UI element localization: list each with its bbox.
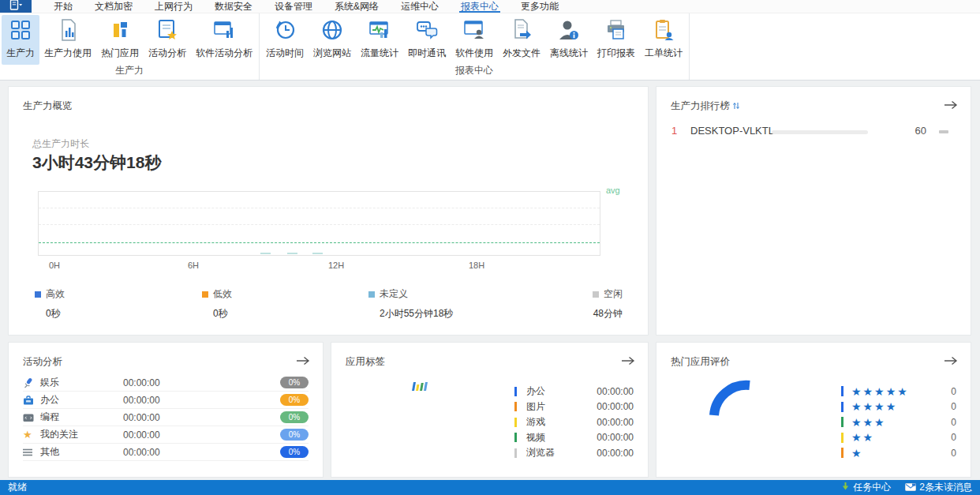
menu-tab-doc-encryption[interactable]: 文档加密 xyxy=(84,0,144,13)
rating-color-bar xyxy=(841,417,843,427)
mini-bar-chart-icon xyxy=(412,382,428,391)
activity-label: 我的关注 xyxy=(40,428,78,441)
stars: ★★ xyxy=(851,432,874,443)
x-axis-ticks: 0H 6H 12H 18H xyxy=(38,261,600,272)
rating-row-4-stars: ★★★★ 0 xyxy=(841,399,958,415)
ribbon-item-activity-analysis[interactable]: 活动分析 xyxy=(144,15,191,65)
chat-icon xyxy=(415,18,439,42)
productivity-grid-icon xyxy=(9,18,32,42)
rating-count: 0 xyxy=(951,386,956,397)
menu-tab-ops-center[interactable]: 运维中心 xyxy=(390,0,450,13)
tag-time: 00:00:00 xyxy=(597,386,634,397)
menu-bar: 开始 文档加密 上网行为 数据安全 设备管理 系统&网络 运维中心 报表中心 更… xyxy=(0,0,980,13)
rating-count: 0 xyxy=(951,432,956,443)
tag-color-bar xyxy=(514,418,517,427)
panel-app-tags: 应用标签 办公 00:00:00 图片 00:00:00 游戏 xyxy=(331,342,649,478)
tag-color-bar xyxy=(514,387,517,396)
rating-donut-arc xyxy=(709,379,759,425)
ribbon-group-report-center: 活动时间 浏览网站 流量统计 即时通讯 软件使用 xyxy=(260,13,690,80)
code-icon xyxy=(23,412,36,423)
ribbon-item-work-order[interactable]: 工单统计 xyxy=(640,15,687,65)
tag-label: 图片 xyxy=(526,400,545,414)
doc-chart-icon xyxy=(56,18,80,42)
tag-label: 游戏 xyxy=(526,415,545,429)
legend-label: 空闲 xyxy=(604,287,623,301)
app-menu-button[interactable] xyxy=(0,0,32,13)
rating-color-bar xyxy=(841,402,843,412)
ribbon-item-software-activity[interactable]: 软件活动分析 xyxy=(191,15,257,65)
ribbon-item-instant-messaging[interactable]: 即时通讯 xyxy=(403,15,451,65)
ribbon-item-offline-stats[interactable]: 离线统计 xyxy=(545,15,593,65)
ribbon-item-print-report[interactable]: 打印报表 xyxy=(593,15,640,65)
stars: ★★★ xyxy=(851,417,886,428)
rating-row-5-stars: ★★★★★ 0 xyxy=(841,384,958,399)
ribbon-item-hot-apps[interactable]: 热门应用 xyxy=(96,15,144,65)
clock-icon xyxy=(273,18,297,42)
chart-bar-mark xyxy=(312,253,323,254)
percent-badge: 0% xyxy=(280,429,309,441)
menu-tab-system-network[interactable]: 系统&网络 xyxy=(324,0,390,13)
unread-messages-button[interactable]: 2条未读消息 xyxy=(905,481,972,494)
x-tick: 12H xyxy=(328,261,344,270)
percent-badge: 0% xyxy=(280,394,309,406)
avg-line xyxy=(39,242,600,243)
bars-icon xyxy=(108,18,132,42)
rating-count: 0 xyxy=(951,417,956,428)
score-value: 60 xyxy=(915,125,926,137)
panel-arrow-button[interactable] xyxy=(296,354,310,369)
panel-arrow-button[interactable] xyxy=(621,354,635,369)
menu-tab-more-features[interactable]: 更多功能 xyxy=(510,0,570,13)
ribbon-item-label: 热门应用 xyxy=(101,47,139,60)
menu-tab-data-security[interactable]: 数据安全 xyxy=(204,0,264,13)
rating-list: ★★★★★ 0 ★★★★ 0 ★★★ 0 ★★ 0 xyxy=(841,384,958,461)
tag-time: 00:00:00 xyxy=(597,401,634,412)
app-window: 开始 文档加密 上网行为 数据安全 设备管理 系统&网络 运维中心 报表中心 更… xyxy=(0,0,980,495)
app-tag-row-video: 视频 00:00:00 xyxy=(514,430,635,446)
panel-productivity-overview: 生产力概览 总生产力时长 3小时43分钟18秒 avg 0H 6H 12H 18… xyxy=(8,86,649,336)
activity-row-other: 其他 00:00:00 0% xyxy=(23,444,309,461)
rating-row-3-stars: ★★★ 0 xyxy=(841,414,958,430)
app-menu-icon xyxy=(9,0,23,13)
stars: ★ xyxy=(851,448,863,459)
ribbon-item-label: 活动分析 xyxy=(148,47,186,60)
ribbon-item-productivity[interactable]: 生产力 xyxy=(2,15,39,65)
panel-title: 活动分析 xyxy=(23,355,62,369)
task-center-button[interactable]: 任务中心 xyxy=(841,481,891,494)
ribbon-item-activity-time[interactable]: 活动时间 xyxy=(261,15,309,65)
tag-color-bar xyxy=(514,402,517,411)
tag-time: 00:00:00 xyxy=(597,448,634,459)
ribbon-item-outgoing-files[interactable]: 外发文件 xyxy=(498,15,545,65)
ribbon-item-label: 外发文件 xyxy=(503,47,540,60)
sort-icon[interactable] xyxy=(733,101,739,112)
ribbon-item-label: 生产力使用 xyxy=(44,47,92,60)
ribbon-item-software-usage[interactable]: 软件使用 xyxy=(451,15,498,65)
tag-color-bar xyxy=(514,433,517,442)
ribbon-item-browse-web[interactable]: 浏览网站 xyxy=(309,15,356,65)
percent-badge: 0% xyxy=(280,377,309,388)
printer-icon xyxy=(604,18,628,42)
ribbon-group-productivity: 生产力 生产力使用 热门应用 活动分析 软件活动分析 xyxy=(0,13,260,80)
legend-idle: 空闲 48分钟 xyxy=(593,287,623,321)
total-productivity-label: 总生产力时长 xyxy=(32,137,89,151)
ribbon-item-productivity-usage[interactable]: 生产力使用 xyxy=(39,15,96,65)
activity-time: 00:00:00 xyxy=(123,395,160,406)
menu-tab-device-mgmt[interactable]: 设备管理 xyxy=(264,0,324,13)
tag-label: 办公 xyxy=(526,384,545,398)
ranking-row[interactable]: 1 DESKTOP-VLKTL... 60 xyxy=(656,125,971,141)
app-tag-row-pictures: 图片 00:00:00 xyxy=(514,399,635,415)
activity-row-my-focus: ★ 我的关注 00:00:00 0% xyxy=(23,426,309,444)
menu-tab-web-behavior[interactable]: 上网行为 xyxy=(144,0,204,13)
list-lines-icon xyxy=(23,447,36,458)
legend-label: 未定义 xyxy=(380,287,408,301)
menu-tab-start[interactable]: 开始 xyxy=(43,0,84,13)
panel-productivity-ranking: 生产力排行榜 1 DESKTOP-VLKTL... 60 xyxy=(656,86,971,336)
panel-title: 生产力排行榜 xyxy=(671,99,739,113)
panel-arrow-button[interactable] xyxy=(944,354,958,369)
ribbon-group-label: 报表中心 xyxy=(260,64,689,77)
star-icon: ★ xyxy=(23,429,36,441)
microphone-icon xyxy=(23,377,36,388)
ribbon-item-traffic-stats[interactable]: 流量统计 xyxy=(356,15,403,65)
menu-tab-report-center[interactable]: 报表中心 xyxy=(450,0,510,13)
panel-arrow-button[interactable] xyxy=(944,99,958,113)
x-tick: 0H xyxy=(49,261,60,270)
